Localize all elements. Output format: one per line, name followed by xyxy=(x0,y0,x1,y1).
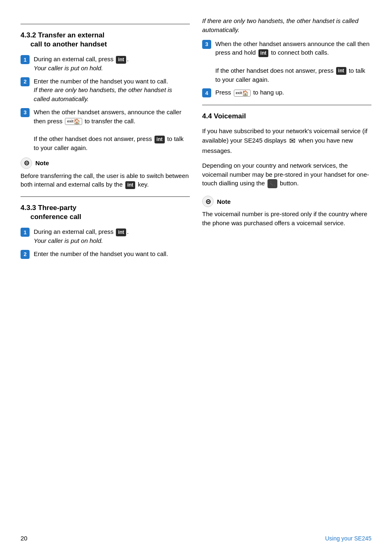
step-num-433-2: 2 xyxy=(21,250,30,259)
step-433-2: 2 Enter the number of the handset you wa… xyxy=(21,249,190,259)
step-432-1-italic: Your caller is put on hold. xyxy=(34,65,103,72)
step-432-2-italic: If there are only two handsets, the othe… xyxy=(34,86,172,102)
section-433-title: 4.3.3 Three-party conference call xyxy=(21,203,190,222)
step-433-1-text: During an external call, press int. Your… xyxy=(34,227,129,245)
step-432-2: 2 Enter the number of the handset you wa… xyxy=(21,77,190,104)
section-433-title-line2: conference call xyxy=(21,213,81,221)
step-432-1-text: During an external call, press int. Your… xyxy=(34,55,129,73)
step-433-1: 1 During an external call, press int. Yo… xyxy=(21,227,190,245)
step-432-right-4: 4 Press exit 🏠 to hang up. xyxy=(202,88,371,97)
note-44-text: The voicemail number is pre-stored only … xyxy=(202,210,371,228)
section-433-title-line1: 4.3.3 Three-party xyxy=(21,204,76,212)
divider-44 xyxy=(202,105,371,105)
step-432-right-3: 3 When the other handset answers announc… xyxy=(202,39,371,84)
step-num-1: 1 xyxy=(21,55,30,64)
section-432-right-steps: 3 When the other handset answers announc… xyxy=(202,39,371,98)
footer: 20 Using your SE245 xyxy=(21,535,371,542)
int-badge-432-1: int xyxy=(116,56,126,64)
step-num-3: 3 xyxy=(21,108,30,117)
note-432: ⊝ Note Before transferring the call, the… xyxy=(21,157,190,189)
step-432-2-text: Enter the number of the handset you want… xyxy=(34,77,190,104)
int-badge-right-3b: int xyxy=(336,67,346,75)
note-432-text: Before transferring the call, the user i… xyxy=(21,171,190,189)
note-44-header: ⊝ Note xyxy=(202,196,371,207)
section-432-title: 4.3.2 Transfer an external call to anoth… xyxy=(21,31,190,49)
section-432-right-italic: If there are only two handsets, the othe… xyxy=(202,16,371,35)
right-column: If there are only two handsets, the othe… xyxy=(202,16,371,538)
step-432-3: 3 When the other handset answers, announ… xyxy=(21,108,190,152)
voicemail-envelope-icon: ✉ xyxy=(289,136,295,146)
section-432-steps: 1 During an external call, press int. Yo… xyxy=(21,55,190,152)
note-icon-432: ⊝ xyxy=(21,157,32,169)
step-433-2-text: Enter the number of the handset you want… xyxy=(34,249,168,259)
note-432-label: Note xyxy=(35,159,49,166)
note-icon-44: ⊝ xyxy=(202,196,214,207)
left-column: 4.3.2 Transfer an external call to anoth… xyxy=(21,16,190,538)
msg-button-icon: 📞 xyxy=(267,179,277,188)
section-432-title-line1: 4.3.2 Transfer an external xyxy=(21,31,104,39)
int-badge-note: int xyxy=(125,181,136,189)
page-number: 20 xyxy=(21,535,28,542)
section-44-title-text: 4.4 Voicemail xyxy=(202,112,246,120)
step-num-433-1: 1 xyxy=(21,228,30,237)
footer-right-text: Using your SE245 xyxy=(325,535,371,542)
section-44-title: 4.4 Voicemail xyxy=(202,112,371,121)
int-badge-432-3b: int xyxy=(154,136,165,143)
note-44: ⊝ Note The voicemail number is pre-store… xyxy=(202,196,371,228)
note-432-header: ⊝ Note xyxy=(21,157,190,169)
right-col-top-section: If there are only two handsets, the othe… xyxy=(202,16,371,97)
step-432-3-text: When the other handset answers, announce… xyxy=(34,108,190,152)
divider-433 xyxy=(21,196,190,197)
step-num-right-3: 3 xyxy=(202,40,211,49)
top-divider-left xyxy=(21,24,190,24)
step-num-2: 2 xyxy=(21,77,30,86)
section-44-text2: Depending on your country and network se… xyxy=(202,161,371,189)
int-badge-right-3: int xyxy=(258,49,269,57)
section-433-steps: 1 During an external call, press int. Yo… xyxy=(21,227,190,259)
step-432-right-4-text: Press exit 🏠 to hang up. xyxy=(215,88,284,97)
section-44-text1: If you have subscribed to your network's… xyxy=(202,127,371,155)
section-432-title-line2: call to another handset xyxy=(21,40,107,48)
step-num-right-4: 4 xyxy=(202,88,211,97)
exit-badge-right-4: exit 🏠 xyxy=(234,90,251,97)
step-432-1: 1 During an external call, press int. Yo… xyxy=(21,55,190,73)
step-433-1-italic: Your caller is put on hold. xyxy=(34,237,103,244)
int-badge-433-1: int xyxy=(116,229,126,236)
exit-badge-432-3: exit 🏠 xyxy=(65,118,82,125)
step-432-right-3-text: When the other handset answers announce … xyxy=(215,39,371,84)
note-44-label: Note xyxy=(217,198,231,205)
